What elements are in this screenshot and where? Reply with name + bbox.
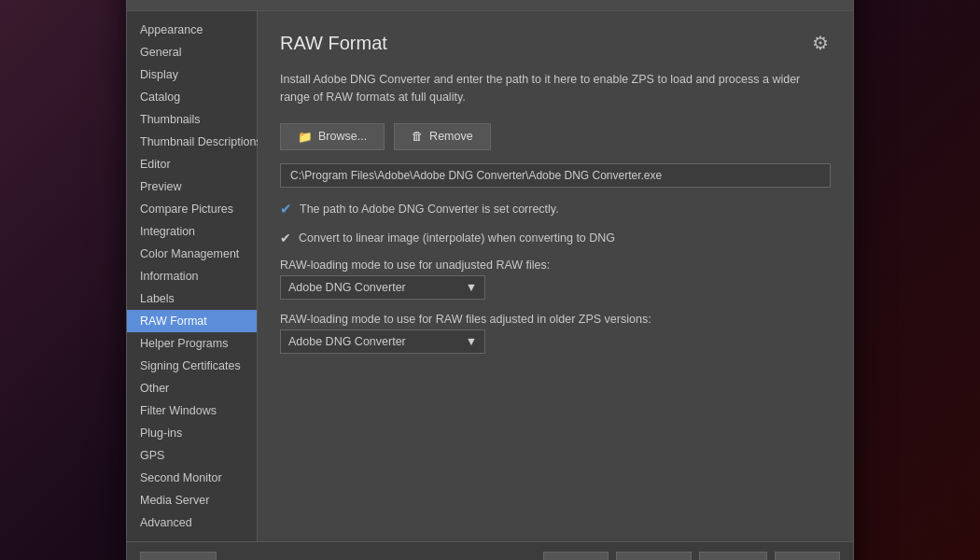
dialog-body: Appearance General Display Catalog Thumb… bbox=[127, 11, 853, 541]
sidebar-item-helper-programs[interactable]: Helper Programs bbox=[127, 332, 257, 355]
close-button[interactable]: × bbox=[821, 0, 840, 1]
sidebar-item-editor[interactable]: Editor bbox=[127, 153, 257, 175]
sidebar-item-preview[interactable]: Preview bbox=[127, 175, 257, 198]
sidebar-item-gps[interactable]: GPS bbox=[127, 444, 257, 467]
raw-mode-dropdown1[interactable]: Adobe DNG Converter ▼ bbox=[280, 275, 485, 300]
remove-button[interactable]: 🗑 Remove bbox=[394, 123, 491, 150]
default-button[interactable]: Default bbox=[140, 552, 217, 560]
dropdown1-arrow: ▼ bbox=[466, 281, 477, 294]
sidebar-item-thumbnails[interactable]: Thumbnails bbox=[127, 108, 257, 131]
sidebar-item-other[interactable]: Other bbox=[127, 377, 257, 399]
cancel-button[interactable]: Cancel bbox=[616, 552, 692, 560]
preferences-dialog: Preferences × Appearance General Display… bbox=[126, 0, 854, 560]
sidebar-item-media-server[interactable]: Media Server bbox=[127, 489, 257, 511]
footer: Default OK Cancel Apply Help bbox=[127, 541, 853, 560]
remove-icon: 🗑 bbox=[412, 130, 424, 143]
content-header: RAW Format ⚙ bbox=[280, 30, 831, 56]
sidebar-item-plug-ins[interactable]: Plug-ins bbox=[127, 422, 257, 444]
sidebar-item-color-management[interactable]: Color Management bbox=[127, 243, 257, 265]
dropdown1-value: Adobe DNG Converter bbox=[288, 281, 406, 294]
gear-button[interactable]: ⚙ bbox=[810, 30, 831, 56]
sidebar-item-raw-format[interactable]: RAW Format bbox=[127, 310, 257, 332]
sidebar-item-labels[interactable]: Labels bbox=[127, 287, 257, 310]
sidebar: Appearance General Display Catalog Thumb… bbox=[127, 11, 258, 541]
sidebar-item-appearance[interactable]: Appearance bbox=[127, 19, 257, 41]
button-row: 📁 Browse... 🗑 Remove bbox=[280, 123, 831, 150]
browse-button[interactable]: 📁 Browse... bbox=[280, 123, 385, 150]
dropdown2-arrow: ▼ bbox=[466, 335, 477, 348]
convert-label: Convert to linear image (interpolate) wh… bbox=[299, 231, 615, 245]
help-button[interactable]: Help bbox=[775, 552, 840, 560]
sidebar-item-display[interactable]: Display bbox=[127, 63, 257, 86]
sidebar-item-catalog[interactable]: Catalog bbox=[127, 86, 257, 108]
raw-mode-label1: RAW-loading mode to use for unadjusted R… bbox=[280, 259, 831, 272]
footer-right: OK Cancel Apply Help bbox=[543, 552, 840, 560]
raw-mode-dropdown2[interactable]: Adobe DNG Converter ▼ bbox=[280, 329, 485, 354]
remove-label: Remove bbox=[429, 130, 473, 143]
sidebar-item-integration[interactable]: Integration bbox=[127, 220, 257, 243]
apply-button[interactable]: Apply bbox=[699, 552, 767, 560]
browse-label: Browse... bbox=[318, 130, 367, 143]
ok-button[interactable]: OK bbox=[543, 552, 609, 560]
sidebar-item-signing-certificates[interactable]: Signing Certificates bbox=[127, 355, 257, 377]
raw-mode-section1: RAW-loading mode to use for unadjusted R… bbox=[280, 259, 831, 300]
checkbox-mark[interactable]: ✔ bbox=[280, 231, 291, 245]
circle-check-icon: ✔ bbox=[280, 201, 292, 217]
sidebar-item-thumbnail-descriptions[interactable]: Thumbnail Descriptions bbox=[127, 131, 257, 153]
dropdown2-value: Adobe DNG Converter bbox=[288, 335, 406, 348]
sidebar-item-advanced[interactable]: Advanced bbox=[127, 511, 257, 534]
sidebar-item-information[interactable]: Information bbox=[127, 265, 257, 287]
sidebar-item-general[interactable]: General bbox=[127, 41, 257, 63]
content-description: Install Adobe DNG Converter and enter th… bbox=[280, 71, 831, 106]
title-bar: Preferences × bbox=[127, 0, 853, 11]
path-check-text: The path to Adobe DNG Converter is set c… bbox=[300, 203, 559, 216]
raw-mode-label2: RAW-loading mode to use for RAW files ad… bbox=[280, 313, 831, 326]
content-area: RAW Format ⚙ Install Adobe DNG Converter… bbox=[258, 11, 853, 541]
sidebar-item-second-monitor[interactable]: Second Monitor bbox=[127, 467, 257, 489]
path-check-row: ✔ The path to Adobe DNG Converter is set… bbox=[280, 201, 831, 217]
raw-mode-section2: RAW-loading mode to use for RAW files ad… bbox=[280, 313, 831, 354]
footer-left: Default bbox=[140, 552, 217, 560]
sidebar-item-compare-pictures[interactable]: Compare Pictures bbox=[127, 198, 257, 220]
browse-icon: 📁 bbox=[298, 130, 313, 144]
path-display: C:\Program Files\Adobe\Adobe DNG Convert… bbox=[280, 163, 831, 188]
content-title: RAW Format bbox=[280, 33, 387, 54]
convert-checkbox-row: ✔ Convert to linear image (interpolate) … bbox=[280, 231, 831, 245]
sidebar-item-filter-windows[interactable]: Filter Windows bbox=[127, 399, 257, 422]
